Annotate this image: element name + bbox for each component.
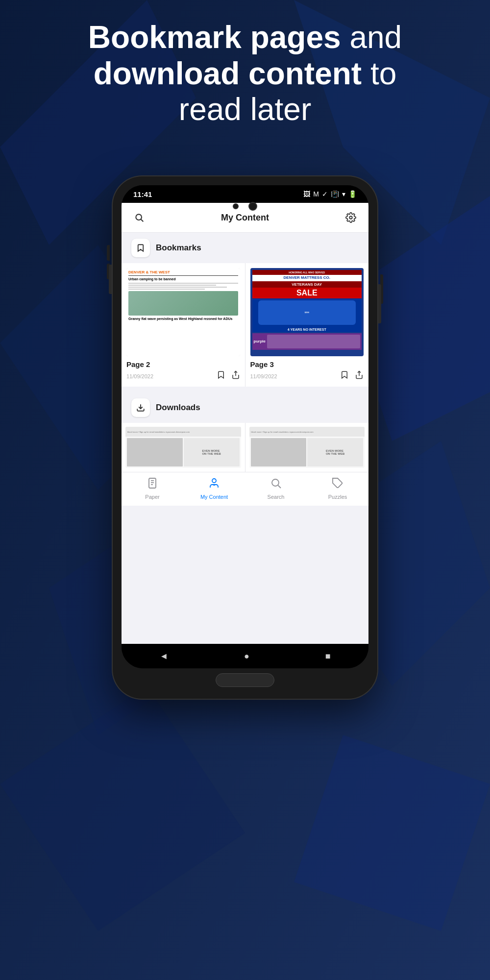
- puzzles-icon: [332, 477, 343, 492]
- share-icon-2[interactable]: [355, 370, 364, 382]
- nav-search-label: Search: [268, 494, 285, 500]
- bookmark-icon-2[interactable]: [340, 370, 349, 382]
- downloads-icon: [131, 398, 150, 417]
- search-button[interactable]: [131, 210, 147, 225]
- newspaper-title: DENVER & THE WEST: [128, 270, 238, 276]
- newspaper-headline2: Granny flat wave persisting as West High…: [128, 317, 238, 321]
- bookmark-icon[interactable]: [217, 370, 225, 382]
- nav-my-content[interactable]: My Content: [183, 477, 245, 500]
- card-page3-date: 11/09/2022: [250, 373, 277, 379]
- svg-point-11: [349, 216, 352, 219]
- newspaper-photo: [128, 291, 238, 316]
- newspaper-body1: [128, 283, 238, 290]
- svg-point-22: [272, 479, 279, 486]
- app-screen: My Content Bookmarks: [122, 203, 368, 644]
- download-mock-1: blood moon • Sign up for email newslette…: [125, 427, 241, 468]
- bookmarks-title: Bookmarks: [156, 243, 201, 253]
- nav-search[interactable]: Search: [245, 477, 307, 500]
- gmail-icon: M: [313, 190, 319, 198]
- bookmarks-cards-grid: DENVER & THE WEST Urban camping to be ba…: [122, 263, 368, 387]
- phone-screen: 11:41 🖼 M ✓ 📳 ▾ 🔋: [122, 185, 368, 668]
- card-page3-action-icons: [340, 370, 364, 382]
- card-page2[interactable]: DENVER & THE WEST Urban camping to be ba…: [122, 263, 245, 387]
- android-navigation-bar: ◄ ● ■: [122, 644, 368, 668]
- download-mock-2-header: blood moon • Sign up for email newslette…: [249, 427, 365, 437]
- phone-outer: 11:41 🖼 M ✓ 📳 ▾ 🔋: [113, 176, 377, 699]
- nav-paper-label: Paper: [145, 494, 159, 500]
- status-bar: 11:41 🖼 M ✓ 📳 ▾ 🔋: [122, 185, 368, 203]
- my-content-icon: [208, 477, 220, 492]
- search-nav-icon: [270, 477, 282, 492]
- home-indicator[interactable]: [216, 673, 274, 687]
- download-mock-2: blood moon • Sign up for email newslette…: [249, 427, 365, 468]
- header-title: My Content: [221, 213, 269, 223]
- nav-paper[interactable]: Paper: [122, 477, 183, 500]
- downloads-cards-grid: blood moon • Sign up for email newslette…: [122, 423, 368, 472]
- volume-up-button: [107, 245, 110, 261]
- home-button[interactable]: ●: [244, 651, 249, 662]
- card-page2-action-icons: [217, 370, 240, 382]
- download-card-2[interactable]: blood moon • Sign up for email newslette…: [245, 423, 369, 472]
- svg-point-9: [136, 214, 142, 220]
- bookmarks-icon: [131, 239, 150, 257]
- svg-line-23: [278, 486, 281, 489]
- card-page3-actions: 11/09/2022: [250, 370, 364, 382]
- earpiece: [248, 202, 257, 211]
- ad-top-bar: HONORING ALL WHO SERVED: [252, 270, 362, 275]
- card-page2-label: Page 2: [126, 360, 240, 368]
- download-mock-1-body: EVEN MOREON THE WEB: [125, 437, 241, 468]
- phone-camera-area: [233, 202, 257, 211]
- settings-button[interactable]: [343, 210, 359, 225]
- card-page2-actions: 11/09/2022: [126, 370, 240, 382]
- front-camera: [233, 203, 239, 209]
- battery-icon: 🔋: [348, 190, 357, 198]
- phone-mockup: 11:41 🖼 M ✓ 📳 ▾ 🔋: [113, 176, 377, 699]
- card-page2-image: DENVER & THE WEST Urban camping to be ba…: [126, 268, 240, 356]
- back-button[interactable]: ◄: [159, 651, 168, 662]
- bottom-navigation: Paper My Content: [122, 472, 368, 506]
- download-mock-1-header: blood moon • Sign up for email newslette…: [125, 427, 241, 437]
- download-card-1[interactable]: blood moon • Sign up for email newslette…: [122, 423, 245, 472]
- paper-icon: [147, 477, 158, 492]
- recents-button[interactable]: ■: [325, 651, 331, 662]
- wifi-icon: ▾: [342, 190, 345, 198]
- downloads-section-header: Downloads: [122, 392, 368, 423]
- nav-puzzles[interactable]: Puzzles: [307, 477, 368, 500]
- check-icon: ✓: [322, 190, 328, 198]
- hero-section: Bookmark pages and download content to r…: [0, 20, 490, 128]
- svg-rect-15: [149, 478, 156, 488]
- photo-icon: 🖼: [303, 190, 310, 198]
- vibrate-icon: 📳: [331, 190, 339, 198]
- card-page2-date: 11/09/2022: [126, 373, 153, 379]
- card-page3[interactable]: HONORING ALL WHO SERVED DENVER MATTRESS …: [245, 263, 369, 387]
- newspaper-headline1: Urban camping to be banned: [128, 277, 238, 281]
- svg-line-10: [141, 220, 144, 222]
- newspaper-mockup: DENVER & THE WEST Urban camping to be ba…: [126, 268, 240, 356]
- ad-mockup: HONORING ALL WHO SERVED DENVER MATTRESS …: [250, 268, 364, 356]
- status-icons: 🖼 M ✓ 📳 ▾ 🔋: [303, 190, 357, 198]
- bookmarks-section-header: Bookmarks: [122, 233, 368, 263]
- status-time: 11:41: [133, 190, 152, 198]
- download-mock-2-body: EVEN MOREON THE WEB: [249, 437, 365, 468]
- hero-heading: Bookmark pages and download content to r…: [29, 20, 461, 128]
- nav-my-content-label: My Content: [200, 494, 228, 500]
- card-page3-label: Page 3: [250, 360, 364, 368]
- card-page3-image: HONORING ALL WHO SERVED DENVER MATTRESS …: [250, 268, 364, 356]
- ad-veterans-text: VETERANS DAY: [252, 281, 362, 288]
- svg-point-19: [212, 479, 216, 483]
- share-icon[interactable]: [231, 370, 240, 382]
- downloads-title: Downloads: [156, 403, 200, 413]
- nav-puzzles-label: Puzzles: [328, 494, 347, 500]
